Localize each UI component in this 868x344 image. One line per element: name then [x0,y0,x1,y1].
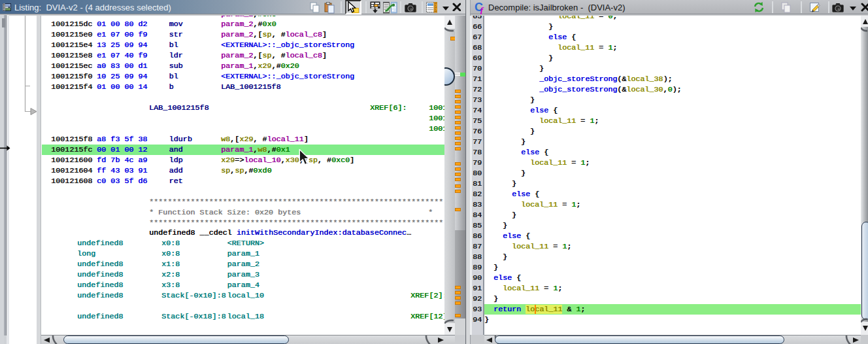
svg-text:f: f [480,6,484,14]
